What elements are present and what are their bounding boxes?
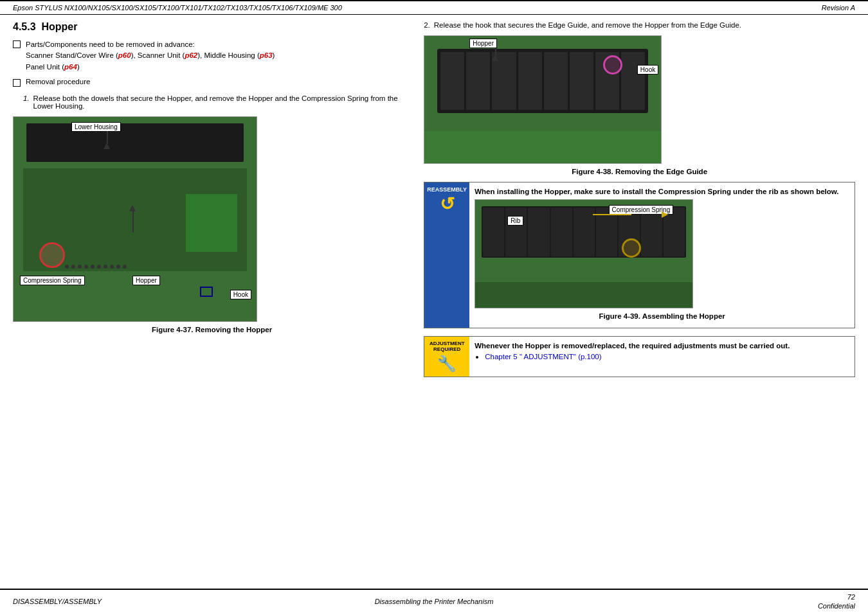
figure39-image: Rib Compression Spring [475, 199, 693, 308]
reassembly-label: REASSEMBLY [427, 186, 467, 193]
link-p60[interactable]: p60 [118, 51, 131, 59]
footer-center: Disassembling the Printer Mechanism [375, 598, 494, 605]
confidential-label: Confidential [818, 602, 855, 610]
figure39-container: Rib Compression Spring Figure 4-39. Asse… [475, 199, 849, 320]
hopper-callout: Hopper [132, 276, 160, 285]
parts-checkbox [13, 40, 21, 48]
asm-spring [622, 238, 641, 258]
figure37-image: Lower Housing Compression Spring Hopper … [13, 116, 257, 322]
hopper-callout2: Hopper [469, 39, 497, 48]
link-p62[interactable]: p62 [185, 51, 197, 59]
dots-row [65, 265, 127, 269]
asm-arrow-line [593, 214, 631, 215]
hook2-callout: Hook [637, 65, 658, 75]
compression-spring-callout: Compression Spring [20, 276, 85, 285]
rib-callout: Rib [507, 216, 523, 226]
step2-number: 2. [424, 21, 430, 29]
page-number: 72 [847, 593, 855, 601]
footer-right: 72 Confidential [818, 592, 855, 610]
adjustment-text: Whenever the Hopper is removed/replaced,… [475, 342, 849, 350]
hook-callout: Hook [230, 290, 251, 299]
page-footer: DISASSEMBLY/ASSEMBLY Disassembling the P… [0, 589, 868, 613]
removal-checkbox [13, 79, 21, 87]
footer-left: DISASSEMBLY/ASSEMBLY [13, 598, 102, 605]
figure38-container: Hopper Hook Edge Guide Figure 4-38. Remo… [424, 35, 855, 175]
adjustment-label1: ADJUSTMENT [429, 341, 465, 346]
parts-text: Parts/Components need to be removed in a… [26, 39, 275, 73]
removal-label: Removal procedure [26, 78, 90, 85]
spring-circle [39, 242, 65, 268]
adjustment-label2: REQUIRED [433, 346, 460, 352]
asm-ribs [483, 208, 685, 256]
header-title: Epson STYLUS NX100/NX105/SX100/SX105/TX1… [13, 4, 342, 12]
green-base [424, 131, 661, 163]
asm-base [475, 282, 692, 308]
header-revision: Revision A [822, 4, 855, 12]
removal-item: Removal procedure [13, 78, 411, 89]
reassembly-box: REASSEMBLY ↺ When installing the Hopper,… [424, 182, 855, 328]
step1-text: Release both the dowels that secure the … [33, 94, 411, 110]
hopper-arrow-head [129, 205, 136, 211]
step2-text: Release the hook that secures the Edge G… [434, 21, 741, 29]
link-p64[interactable]: p64 [64, 63, 77, 71]
figure37-container: Lower Housing Compression Spring Hopper … [13, 116, 411, 333]
hook-circle [603, 55, 622, 75]
adjustment-content: Whenever the Hopper is removed/replaced,… [469, 337, 854, 377]
step1: 1. Release both the dowels that secure t… [23, 94, 411, 110]
pcb-area [186, 194, 237, 252]
adjustment-link[interactable]: Chapter 5 " ADJUSTMENT" (p.100) [485, 353, 601, 360]
hook-box [200, 287, 213, 297]
dark-bar-top [26, 123, 244, 162]
figure39-caption: Figure 4-39. Assembling the Hopper [475, 312, 849, 320]
hopper-arrow2-head [492, 55, 498, 61]
right-column: 2. Release the hook that secures the Edg… [424, 21, 855, 377]
asm-arrow-head [662, 211, 668, 218]
left-column: 4.5.3 Hopper Parts/Components need to be… [13, 21, 411, 377]
figure37-caption: Figure 4-37. Removing the Hopper [13, 326, 411, 333]
lower-housing-arrowhead [104, 143, 110, 149]
wrench-icon: 🔧 [437, 355, 457, 373]
adjustment-box: ADJUSTMENT REQUIRED 🔧 Whenever the Hoppe… [424, 336, 855, 377]
step2: 2. Release the hook that secures the Edg… [424, 21, 855, 29]
reassembly-text: When installing the Hopper, make sure to… [475, 188, 849, 195]
page-header: Epson STYLUS NX100/NX105/SX100/SX105/TX1… [0, 0, 868, 15]
reassembly-content: When installing the Hopper, make sure to… [469, 182, 854, 328]
step1-number: 1. [23, 94, 30, 110]
reassembly-icon: REASSEMBLY ↺ [424, 182, 469, 328]
parts-item: Parts/Components need to be removed in a… [13, 39, 411, 73]
adjustment-icon: ADJUSTMENT REQUIRED 🔧 [424, 337, 469, 377]
lower-housing-arrow [107, 131, 108, 144]
lower-housing-callout: Lower Housing [71, 122, 121, 132]
figure38-caption: Figure 4-38. Removing the Edge Guide [424, 168, 855, 175]
link-p63[interactable]: p63 [260, 51, 273, 59]
figure38-image: Hopper Hook Edge Guide [424, 35, 662, 164]
section-title: 4.5.3 Hopper [13, 21, 411, 33]
reassembly-arrow: ↺ [440, 195, 455, 213]
